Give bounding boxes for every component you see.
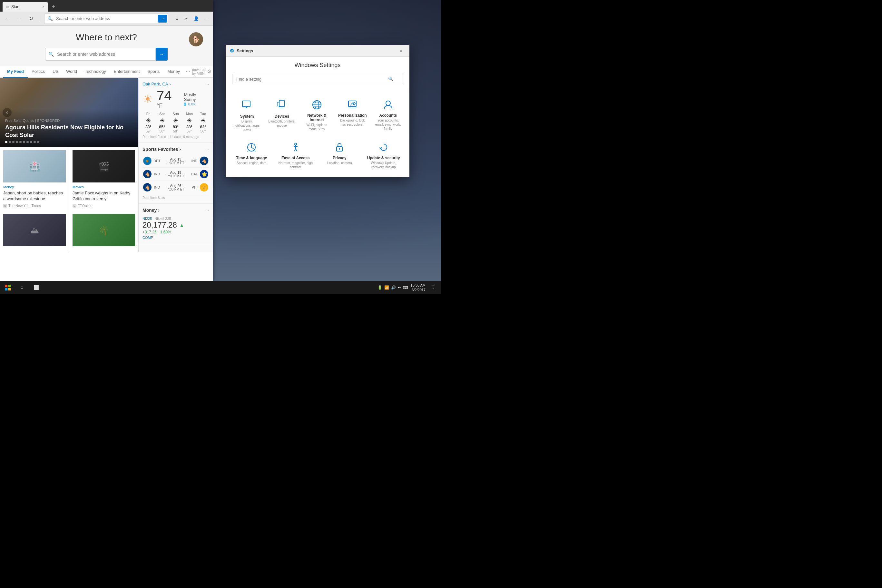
refresh-button[interactable]: ↻ — [26, 14, 36, 24]
sports-game-1: 🦁 DET Aug 13 1:30 PM ET IND — [142, 154, 209, 168]
hub-icon[interactable]: ≡ — [172, 14, 181, 23]
settings-devices-name: Devices — [274, 114, 289, 118]
nav-tab-world[interactable]: World — [62, 66, 81, 78]
nav-tab-money[interactable]: Money — [164, 66, 184, 78]
money-index-header: NI225 Nikkei 225 — [142, 217, 209, 220]
nav-tab-technology[interactable]: Technology — [81, 66, 110, 78]
taskbar-battery-icon: 🔋 — [378, 285, 382, 290]
money-title[interactable]: Money › — [142, 208, 160, 213]
hero-dot-2[interactable] — [9, 141, 11, 143]
settings-item-devices[interactable]: Devices Bluetooth, printers, mouse — [267, 97, 297, 134]
nav-tab-myfeed[interactable]: My Feed — [3, 66, 28, 78]
forward-button[interactable]: → — [14, 14, 24, 24]
taskbar-search-button[interactable]: ○ — [15, 281, 28, 294]
browser-titlebar: ⊞ Start × + — [0, 0, 213, 12]
browser-tab[interactable]: ⊞ Start × — [3, 2, 48, 12]
forward-icon: → — [17, 16, 22, 22]
settings-item-time[interactable]: Time & language Speech, region, date — [232, 140, 271, 172]
settings-item-system[interactable]: System Display, notifications, apps, pow… — [232, 97, 262, 134]
hero-dot-4[interactable] — [16, 141, 18, 143]
settings-item-access[interactable]: Ease of Access Narrator, magnifier, high… — [276, 140, 315, 172]
nav-tab-sports[interactable]: Sports — [144, 66, 164, 78]
money-more-button[interactable]: ··· — [206, 208, 209, 213]
nav-tab-entertainment[interactable]: Entertainment — [110, 66, 144, 78]
settings-access-name: Ease of Access — [281, 156, 310, 160]
news-card-3-image: ⛰ — [3, 214, 66, 246]
msn-header: 🐕 Where to next? 🔍 → — [0, 26, 213, 66]
hero-dot-1[interactable] — [5, 141, 8, 143]
settings-devices-icon — [277, 100, 287, 112]
weather-more-button[interactable]: ··· — [206, 81, 209, 86]
news-card-3[interactable]: ⛰ — [0, 211, 69, 252]
nav-tab-us[interactable]: US — [49, 66, 62, 78]
news-card-1[interactable]: 🏥 Money Japan, short on babies, reaches … — [0, 147, 69, 211]
toolbar-icons: ≡ ✂ 👤 ··· — [172, 14, 210, 23]
taskbar-task-view-button[interactable]: ⬜ — [30, 281, 42, 294]
msn-settings-icon[interactable]: ⚙ — [206, 67, 213, 76]
profile-icon[interactable]: 👤 — [192, 14, 201, 23]
hero-dot-9[interactable] — [33, 141, 36, 143]
taskbar-center: ○ ⬜ — [15, 281, 378, 294]
source-1-icon: N — [3, 204, 7, 208]
settings-titlebar-title: ⚙ Settings — [230, 48, 394, 54]
weather-forecast: Fri ☀ 83° 59° Sat ☀ 85° 58° — [142, 112, 209, 133]
hero-dot-6[interactable] — [23, 141, 25, 143]
taskbar-time-display[interactable]: 10:30 AM 6/2/2017 — [411, 283, 426, 292]
settings-update-name: Update & security — [367, 156, 400, 160]
team-ind2-name: IND — [152, 172, 162, 176]
money-widget-header: Money › ··· — [142, 208, 209, 213]
hero-dot-5[interactable] — [20, 141, 22, 143]
svg-point-31 — [295, 143, 297, 145]
settings-item-update[interactable]: Update & security Windows Update, recove… — [364, 140, 403, 172]
msn-powered-label: powered by MSN — [192, 68, 206, 75]
hero-dot-3[interactable] — [12, 141, 15, 143]
msn-search-go-button[interactable]: → — [156, 48, 168, 61]
news-card-2[interactable]: 🎬 Movies Jamie Foxx weighs in on Kathy G… — [69, 147, 138, 211]
settings-search-input[interactable] — [232, 74, 403, 84]
hero-dot-8[interactable] — [30, 141, 32, 143]
sports-more-button[interactable]: ··· — [206, 147, 209, 152]
start-button[interactable] — [0, 281, 15, 294]
settings-access-desc: Narrator, magnifier, high contrast — [278, 161, 314, 169]
news-card-4[interactable]: 🌴 — [69, 211, 138, 252]
hero-article[interactable]: ‹ Free Solar Quotes | SPONSORED Agoura H… — [0, 78, 138, 147]
settings-search-icon: 🔍 — [388, 76, 393, 81]
refresh-icon: ↻ — [29, 15, 33, 22]
nav-more-button[interactable]: ··· — [184, 66, 192, 77]
settings-window: ⚙ Settings × Windows Settings 🔍 — [226, 45, 410, 177]
hero-overlay: Free Solar Quotes | SPONSORED Agoura Hil… — [0, 109, 138, 147]
back-icon: ← — [5, 16, 10, 22]
more-icon[interactable]: ··· — [201, 14, 210, 23]
settings-network-desc: Wi-Fi, airplane mode, VPN — [303, 123, 330, 131]
browser-window: ⊞ Start × + ← → ↻ 🔍 → ≡ — [0, 0, 213, 281]
tab-close-button[interactable]: × — [42, 5, 45, 9]
settings-item-accounts[interactable]: Accounts Your accounts, email, sync, wor… — [373, 97, 403, 134]
money-index-short: NI225 — [142, 217, 152, 220]
browser-toolbar: ← → ↻ 🔍 → ≡ ✂ 👤 ··· — [0, 12, 213, 26]
taskbar: ○ ⬜ 🔋 📶 🔊 ✒ ⌨ 10:30 AM 6/2/2017 🗨 — [0, 281, 441, 294]
settings-item-privacy[interactable]: Privacy Location, camera — [320, 140, 359, 172]
forecast-tue-icon: ☀ — [197, 117, 209, 124]
notification-center-button[interactable]: 🗨 — [428, 281, 438, 294]
svg-line-30 — [252, 147, 254, 148]
hero-dot-10[interactable] — [37, 141, 39, 143]
user-avatar[interactable]: 🐕 — [189, 32, 203, 46]
note-icon[interactable]: ✂ — [182, 14, 191, 23]
back-button[interactable]: ← — [3, 14, 13, 24]
msn-search-input[interactable] — [45, 48, 156, 61]
new-tab-button[interactable]: + — [49, 2, 58, 11]
hero-nav-dots — [5, 141, 133, 143]
settings-close-button[interactable]: × — [396, 46, 405, 56]
nav-tab-politics[interactable]: Politics — [28, 66, 49, 78]
hero-dot-7[interactable] — [26, 141, 29, 143]
game-2-info: Aug 19 7:00 PM ET — [162, 171, 189, 178]
sports-title[interactable]: Sports Favorites › — [142, 147, 181, 152]
taskbar-search-icon: ○ — [20, 285, 24, 291]
sports-arrow: › — [179, 147, 181, 152]
settings-item-personalization[interactable]: Personalization Background, lock screen,… — [337, 97, 368, 134]
weather-location[interactable]: Oak Park, CA › — [142, 81, 171, 86]
settings-item-network[interactable]: Network & Internet Wi-Fi, airplane mode,… — [302, 97, 332, 134]
settings-time-name: Time & language — [236, 156, 267, 160]
address-go-button[interactable]: → — [158, 15, 167, 22]
address-bar-input[interactable] — [44, 14, 168, 24]
